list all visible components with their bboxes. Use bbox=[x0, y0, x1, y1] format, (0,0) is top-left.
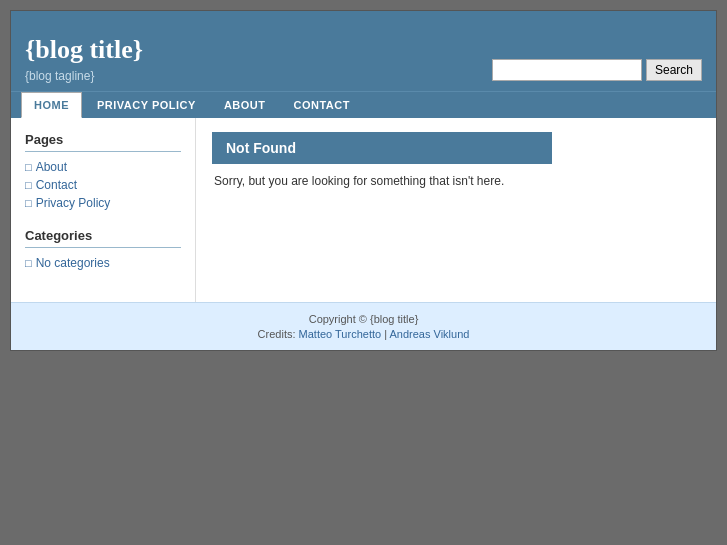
sidebar-categories-section: Categories □ No categories bbox=[25, 228, 181, 270]
nav-item-contact[interactable]: CONTACT bbox=[281, 92, 363, 118]
nav-item-home[interactable]: HOME bbox=[21, 92, 82, 118]
content-area: Pages □ About □ Contact □ Privacy Policy… bbox=[11, 118, 716, 302]
footer: Copyright © {blog title} Credits: Matteo… bbox=[11, 302, 716, 350]
footer-credit2-link[interactable]: Andreas Viklund bbox=[389, 328, 469, 340]
footer-copyright: Copyright © {blog title} bbox=[21, 313, 706, 325]
nav-item-privacy-policy[interactable]: PRIVACY POLICY bbox=[84, 92, 209, 118]
sidebar-categories-title: Categories bbox=[25, 228, 181, 248]
not-found-message: Sorry, but you are looking for something… bbox=[212, 174, 700, 188]
search-button[interactable]: Search bbox=[646, 59, 702, 81]
bullet-icon: □ bbox=[25, 179, 32, 191]
bullet-icon: □ bbox=[25, 197, 32, 209]
footer-credits-text: Credits: bbox=[258, 328, 299, 340]
footer-credits: Credits: Matteo Turchetto | Andreas Vikl… bbox=[21, 328, 706, 340]
nav-bar: HOME PRIVACY POLICY ABOUT CONTACT bbox=[11, 91, 716, 118]
sidebar-link-privacy-policy-label: Privacy Policy bbox=[36, 196, 111, 210]
main-content: Not Found Sorry, but you are looking for… bbox=[196, 118, 716, 302]
sidebar-pages-section: Pages □ About □ Contact □ Privacy Policy bbox=[25, 132, 181, 210]
page-wrapper: {blog title} {blog tagline} Search HOME … bbox=[10, 10, 717, 351]
sidebar-link-no-categories-label: No categories bbox=[36, 256, 110, 270]
sidebar-pages-title: Pages bbox=[25, 132, 181, 152]
header-left: {blog title} {blog tagline} bbox=[25, 35, 143, 83]
search-input[interactable] bbox=[492, 59, 642, 81]
sidebar-link-no-categories[interactable]: □ No categories bbox=[25, 256, 181, 270]
bullet-icon: □ bbox=[25, 257, 32, 269]
blog-title: {blog title} bbox=[25, 35, 143, 65]
footer-credit1-link[interactable]: Matteo Turchetto bbox=[299, 328, 382, 340]
sidebar: Pages □ About □ Contact □ Privacy Policy… bbox=[11, 118, 196, 302]
sidebar-link-about[interactable]: □ About bbox=[25, 160, 181, 174]
bullet-icon: □ bbox=[25, 161, 32, 173]
not-found-header: Not Found bbox=[212, 132, 552, 164]
sidebar-link-privacy-policy[interactable]: □ Privacy Policy bbox=[25, 196, 181, 210]
sidebar-link-about-label: About bbox=[36, 160, 67, 174]
sidebar-link-contact[interactable]: □ Contact bbox=[25, 178, 181, 192]
nav-item-about[interactable]: ABOUT bbox=[211, 92, 279, 118]
sidebar-link-contact-label: Contact bbox=[36, 178, 77, 192]
search-form: Search bbox=[492, 59, 702, 81]
blog-tagline: {blog tagline} bbox=[25, 69, 143, 83]
header: {blog title} {blog tagline} Search bbox=[11, 11, 716, 91]
